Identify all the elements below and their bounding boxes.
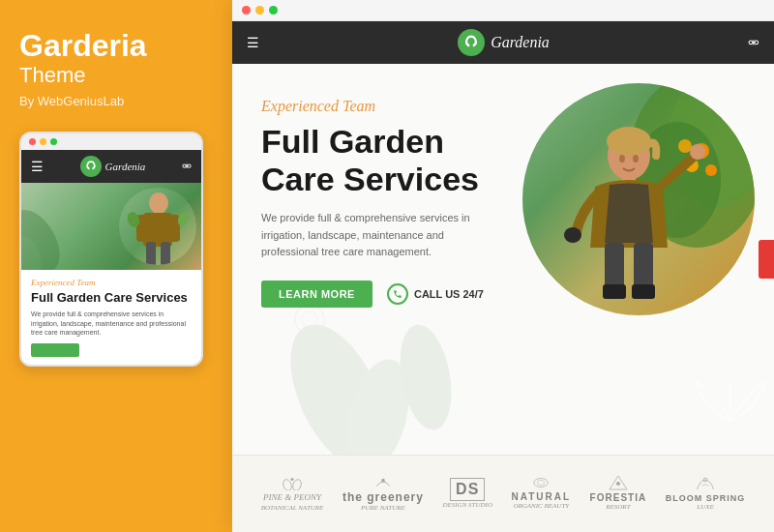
svg-rect-29 xyxy=(634,243,653,291)
svg-point-38 xyxy=(381,479,385,483)
brand-by: By WebGeniusLab xyxy=(19,94,124,108)
desktop-logo: Gardenia xyxy=(458,29,550,56)
partner-sub-5: RESORT xyxy=(606,503,630,512)
dot-yellow xyxy=(40,138,46,145)
desktop-dot-green xyxy=(269,6,278,15)
partner-logo-6: BLOOM SPRING LUXE xyxy=(666,476,746,512)
hero-right-image xyxy=(522,64,774,455)
brand-name: Garderia xyxy=(19,29,147,63)
hero-heading: Full Garden Care Services xyxy=(261,123,493,198)
brand-subtitle: Theme xyxy=(19,63,85,88)
desktop-logo-text: Gardenia xyxy=(491,34,550,51)
mobile-hero-image xyxy=(21,183,201,270)
svg-point-37 xyxy=(291,478,294,481)
desktop-search-icon[interactable]: ⚮ xyxy=(748,35,759,51)
mobile-cta-button[interactable] xyxy=(31,343,79,357)
partner-logo-5: FORESTIA RESORT xyxy=(590,475,647,512)
partner-icon-4 xyxy=(532,476,550,489)
hero-heading-line1: Full Garden xyxy=(261,123,444,160)
hero-heading-line2: Care Services xyxy=(261,161,479,197)
hero-paragraph: We provide full & comprehensive services… xyxy=(261,210,493,261)
partner-logo-3: DS DESIGN STUDIO xyxy=(442,478,492,510)
phone-icon xyxy=(387,283,408,305)
partner-logo-4: NATURAL ORGANIC BEAUTY xyxy=(512,476,572,511)
mobile-search-icon[interactable]: ⚮ xyxy=(182,160,192,174)
svg-point-39 xyxy=(534,479,548,488)
desktop-logo-icon xyxy=(458,29,485,56)
svg-point-24 xyxy=(607,127,651,156)
hero-person-svg xyxy=(522,83,755,315)
hero-script-text: Experienced Team xyxy=(261,98,493,115)
left-panel: Garderia Theme By WebGeniusLab ☰ Gardeni… xyxy=(0,0,232,532)
partner-icon-2 xyxy=(374,475,392,488)
hero-actions: LEARN MORE CALL US 24/7 xyxy=(261,281,493,308)
mobile-script-text: Experienced Team xyxy=(31,278,192,287)
partner-name-1: PINE & PEONY xyxy=(263,492,321,504)
partner-logo-2: the greenery PURE NATURE xyxy=(342,475,424,513)
desktop-hamburger-icon[interactable]: ☰ xyxy=(247,35,259,51)
svg-point-26 xyxy=(690,144,705,160)
partner-name-5: FORESTIA xyxy=(590,492,647,503)
mobile-hero-circle xyxy=(119,188,196,265)
partners-bar: PINE & PEONY BOTANICAL NATURE the greene… xyxy=(232,455,774,532)
mobile-window-dots xyxy=(21,133,201,150)
right-panel: ☰ Gardenia ⚮ Experienced Team Full Garde… xyxy=(232,0,774,532)
mobile-nav: ☰ Gardenia ⚮ xyxy=(21,150,201,183)
partner-name-4: NATURAL xyxy=(512,491,572,502)
mobile-hamburger-icon[interactable]: ☰ xyxy=(31,159,44,175)
svg-rect-31 xyxy=(632,284,655,299)
partner-sub-1: BOTANICAL NATURE xyxy=(261,504,324,513)
dot-red xyxy=(29,138,36,145)
svg-point-27 xyxy=(564,227,581,243)
svg-rect-4 xyxy=(146,242,156,266)
learn-more-button[interactable]: LEARN MORE xyxy=(261,281,372,308)
partner-icon-6 xyxy=(695,476,716,491)
svg-rect-28 xyxy=(605,243,624,291)
svg-point-32 xyxy=(619,155,625,163)
partner-sub-4: ORGANIC BEAUTY xyxy=(513,502,569,511)
hero-left-content: Experienced Team Full Garden Care Servic… xyxy=(232,64,522,455)
svg-point-22 xyxy=(678,139,692,153)
svg-point-40 xyxy=(538,481,545,486)
dot-green xyxy=(50,138,57,145)
mobile-logo-text: Gardenia xyxy=(105,161,146,172)
partner-name-3: DS xyxy=(450,478,485,501)
mobile-heading: Full Garden Care Services xyxy=(31,290,192,306)
desktop-dot-red xyxy=(242,6,251,15)
mobile-logo: Gardenia xyxy=(80,156,146,177)
hero-circle-image xyxy=(522,83,755,315)
mobile-mockup: ☰ Gardenia ⚮ xyxy=(19,132,203,367)
partner-name-6: BLOOM SPRING xyxy=(666,493,746,503)
svg-point-21 xyxy=(705,164,717,176)
partner-icon-1 xyxy=(283,475,302,490)
red-sidebar-tab[interactable] xyxy=(759,240,774,279)
svg-point-33 xyxy=(633,155,639,163)
mobile-paragraph: We provide full & comprehensive services… xyxy=(31,310,192,338)
partner-name-2: the greenery xyxy=(342,490,424,504)
mobile-content: Experienced Team Full Garden Care Servic… xyxy=(21,270,201,365)
mobile-logo-icon xyxy=(80,156,102,177)
call-us-link[interactable]: CALL US 24/7 xyxy=(387,283,484,305)
partner-sub-2: PURE NATURE xyxy=(361,504,405,513)
partner-sub-3: DESIGN STUDIO xyxy=(442,501,492,510)
desktop-nav: ☰ Gardenia ⚮ xyxy=(232,21,774,64)
desktop-dot-yellow xyxy=(255,6,264,15)
svg-rect-30 xyxy=(603,284,626,299)
partner-sub-6: LUXE xyxy=(697,503,714,512)
svg-point-42 xyxy=(616,482,620,486)
desktop-hero: Experienced Team Full Garden Care Servic… xyxy=(232,64,774,455)
leaf-decoration xyxy=(692,368,769,426)
desktop-window-dots xyxy=(232,0,774,21)
svg-rect-5 xyxy=(161,242,170,266)
svg-point-0 xyxy=(149,192,168,214)
call-us-text: CALL US 24/7 xyxy=(414,288,484,300)
partner-logo-1: PINE & PEONY BOTANICAL NATURE xyxy=(261,475,324,513)
partner-icon-5 xyxy=(609,475,628,490)
